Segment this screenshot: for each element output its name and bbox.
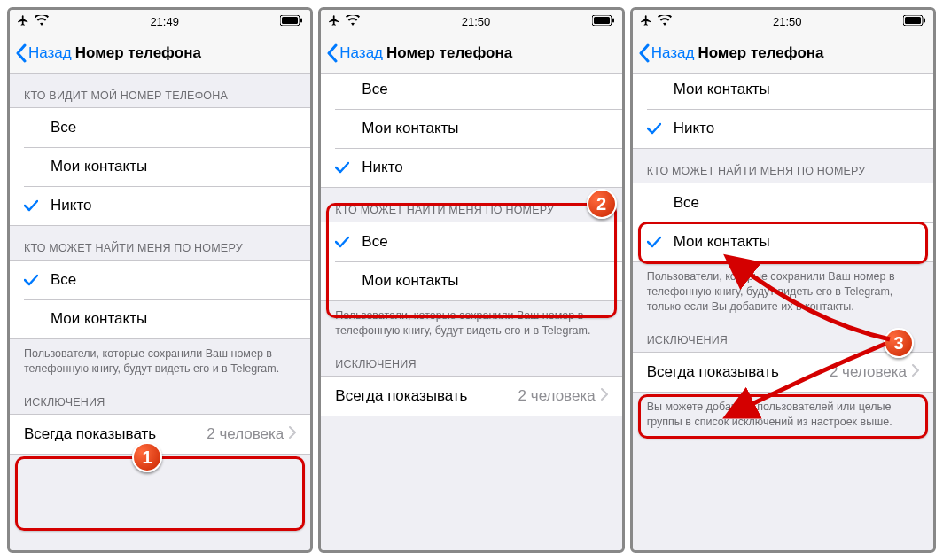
who-finds-footer: Пользователи, которые сохранили Ваш номе…: [321, 301, 621, 342]
who-sees-partial-list: Мои контакты Никто: [633, 74, 933, 149]
who-finds-footer: Пользователи, которые сохранили Ваш номе…: [10, 339, 310, 380]
option-label: Мои контакты: [362, 272, 607, 290]
option-label: Мои контакты: [674, 233, 919, 251]
option-all[interactable]: Все: [321, 74, 621, 109]
exceptions-list: Всегда показывать 2 человека: [321, 376, 621, 416]
always-show-row[interactable]: Всегда показывать 2 человека: [10, 415, 310, 454]
who-sees-list: Все Мои контакты Никто: [321, 74, 621, 188]
chevron-left-icon: [326, 43, 338, 63]
option-nobody[interactable]: Никто: [10, 186, 310, 225]
svg-rect-5: [612, 18, 614, 22]
battery-icon: [903, 15, 926, 28]
exceptions-header: ИСКЛЮЧЕНИЯ: [321, 342, 621, 376]
option-label: Все: [51, 271, 296, 289]
check-icon: [647, 122, 674, 135]
chevron-left-icon: [15, 43, 27, 63]
check-icon: [335, 161, 362, 174]
exceptions-header: ИСКЛЮЧЕНИЯ: [10, 380, 310, 414]
who-finds-footer: Пользователи, которые сохранили Ваш номе…: [633, 262, 933, 318]
airplane-icon: [17, 14, 29, 29]
who-finds-header: КТО МОЖЕТ НАЙТИ МЕНЯ ПО НОМЕРУ: [633, 149, 933, 183]
wifi-icon: [346, 15, 360, 28]
option-all[interactable]: Все: [10, 108, 310, 147]
check-icon: [24, 274, 51, 286]
option-label: Все: [362, 81, 607, 98]
status-bar: 21:50: [321, 10, 621, 33]
exceptions-footer: Вы можете добавить пользователей или цел…: [633, 393, 933, 433]
option-nobody[interactable]: Никто: [633, 109, 933, 148]
option-contacts[interactable]: Мои контакты: [321, 109, 621, 148]
option-contacts[interactable]: Мои контакты: [10, 147, 310, 186]
option-contacts[interactable]: Мои контакты: [633, 74, 933, 109]
phone-screen-1: 21:49 Назад Номер телефона КТО ВИДИТ МОЙ…: [7, 7, 313, 553]
nav-bar: Назад Номер телефона: [321, 33, 621, 74]
option-label: Мои контакты: [51, 158, 296, 175]
option-nobody[interactable]: Никто: [321, 148, 621, 187]
option-label: Никто: [51, 197, 296, 214]
page-title: Номер телефона: [386, 44, 512, 62]
option-label: Никто: [362, 159, 607, 176]
option-label: Все: [362, 233, 607, 251]
chevron-right-icon: [601, 387, 608, 405]
svg-rect-8: [924, 18, 925, 22]
svg-rect-4: [594, 17, 610, 24]
always-show-row[interactable]: Всегда показывать 2 человека: [321, 377, 621, 416]
chevron-right-icon: [912, 363, 919, 381]
always-show-row[interactable]: Всегда показывать 2 человека: [633, 353, 933, 392]
svg-rect-1: [282, 17, 298, 24]
status-bar: 21:49: [10, 10, 310, 33]
row-label: Всегда показывать: [647, 363, 830, 381]
back-button[interactable]: Назад: [638, 43, 695, 63]
check-icon: [24, 199, 51, 212]
row-label: Всегда показывать: [335, 387, 518, 405]
svg-rect-2: [300, 18, 302, 22]
airplane-icon: [640, 14, 652, 29]
option-label: Мои контакты: [362, 120, 607, 137]
chevron-left-icon: [638, 43, 650, 63]
chevron-right-icon: [289, 425, 296, 443]
back-label: Назад: [28, 44, 72, 62]
nav-bar: Назад Номер телефона: [10, 33, 310, 74]
option-label: Все: [51, 119, 296, 136]
row-detail: 2 человека: [207, 425, 284, 443]
check-icon: [647, 236, 674, 248]
row-label: Всегда показывать: [24, 425, 207, 443]
who-sees-header: КТО ВИДИТ МОЙ НОМЕР ТЕЛЕФОНА: [10, 74, 310, 107]
who-finds-list: Все Мои контакты: [10, 260, 310, 339]
exceptions-list: Всегда показывать 2 человека: [10, 414, 310, 455]
exceptions-list: Всегда показывать 2 человека: [633, 352, 933, 393]
back-button[interactable]: Назад: [15, 43, 72, 63]
nav-bar: Назад Номер телефона: [633, 33, 933, 74]
who-finds-header: КТО МОЖЕТ НАЙТИ МЕНЯ ПО НОМЕРУ: [10, 226, 310, 260]
who-finds-list: Все Мои контакты: [633, 183, 933, 262]
annotation-highlight-1: [15, 456, 305, 531]
page-title: Номер телефона: [75, 44, 201, 62]
who-finds-list: Все Мои контакты: [321, 222, 621, 301]
option-all[interactable]: Все: [10, 261, 310, 299]
option-contacts[interactable]: Мои контакты: [10, 299, 310, 338]
who-finds-header: КТО МОЖЕТ НАЙТИ МЕНЯ ПО НОМЕРУ: [321, 188, 621, 222]
exceptions-header: ИСКЛЮЧЕНИЯ: [633, 318, 933, 352]
option-contacts[interactable]: Мои контакты: [633, 222, 933, 261]
option-label: Мои контакты: [674, 81, 919, 98]
check-icon: [335, 236, 362, 248]
wifi-icon: [658, 15, 672, 28]
battery-icon: [592, 15, 615, 28]
status-bar: 21:50: [633, 10, 933, 33]
phone-screen-2: 21:50 Назад Номер телефона Все Мои конта…: [318, 7, 624, 553]
phone-screen-3: 21:50 Назад Номер телефона Мои контакты …: [630, 7, 936, 553]
svg-rect-7: [905, 17, 921, 24]
option-all[interactable]: Все: [321, 222, 621, 261]
option-contacts[interactable]: Мои контакты: [321, 261, 621, 300]
option-all[interactable]: Все: [633, 183, 933, 222]
back-label: Назад: [339, 44, 383, 62]
status-time: 21:50: [773, 15, 802, 28]
battery-icon: [280, 15, 303, 28]
back-button[interactable]: Назад: [326, 43, 383, 63]
who-sees-list: Все Мои контакты Никто: [10, 107, 310, 226]
airplane-icon: [328, 14, 340, 29]
option-label: Мои контакты: [51, 310, 296, 328]
page-title: Номер телефона: [698, 44, 823, 62]
status-time: 21:49: [150, 15, 179, 28]
row-detail: 2 человека: [518, 387, 596, 405]
